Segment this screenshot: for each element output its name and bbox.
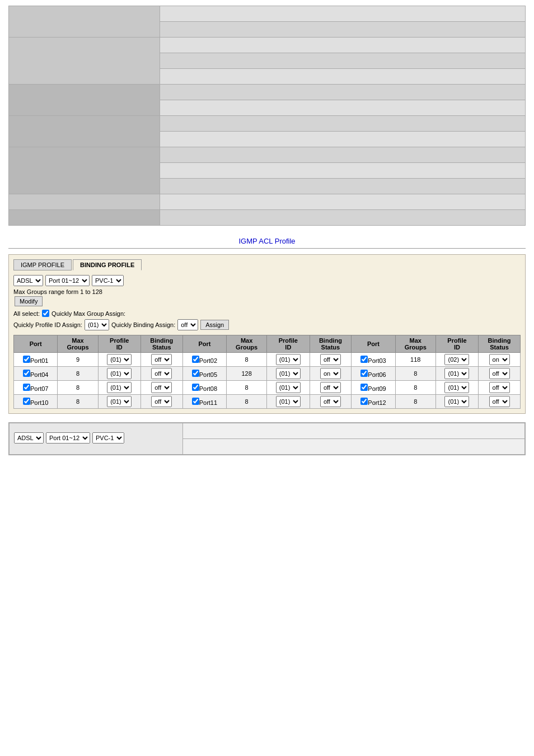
port-checkbox-g3-r1[interactable] (360, 370, 368, 377)
col-header-g2-2: ProfileID (435, 335, 478, 353)
profile-id-cell-g3-r1: (01)(02)(03) (435, 367, 478, 381)
port-label-g3-r0: Port03 (368, 357, 386, 364)
adsl-select[interactable]: ADSL (13, 275, 43, 286)
max-groups-cell-g3-r1: 8 (395, 367, 435, 381)
bottom-right-cell-2 (183, 439, 525, 455)
max-groups-cell-g1-r3: 8 (58, 395, 98, 409)
binding-status-cell-g2-r3: offon (310, 395, 352, 409)
col-header-g1-0: Port (182, 335, 226, 353)
port-cell-g1-r2: Port07 (14, 381, 58, 395)
profile-id-dropdown-g1-r1[interactable]: (01)(02)(03) (107, 368, 132, 379)
max-groups-cell-g1-r1: 8 (58, 367, 98, 381)
modify-row: Modify (13, 296, 521, 306)
profile-id-dropdown-g3-r3[interactable]: (01)(02)(03) (444, 396, 469, 407)
binding-assign-select[interactable]: off on (177, 319, 198, 330)
profile-id-dropdown-g1-r2[interactable]: (01)(02)(03) (107, 382, 132, 393)
controls-row: ADSL Port 01~12 PVC-1 (13, 275, 521, 286)
port-checkbox-g2-r3[interactable] (192, 398, 199, 405)
port-checkbox-g2-r1[interactable] (192, 370, 199, 377)
section-title: IGMP ACL Profile (8, 237, 526, 245)
binding-status-dropdown-g1-r2[interactable]: offon (151, 382, 172, 393)
port-checkbox-g1-r1[interactable] (23, 370, 30, 377)
binding-status-dropdown-g1-r1[interactable]: offon (151, 368, 172, 379)
max-groups-text: Max Groups range form 1 to 128 (13, 288, 521, 295)
profile-id-dropdown-g2-r3[interactable]: (01)(02)(03) (276, 396, 301, 407)
bottom-port-select[interactable]: Port 01~12 (46, 432, 90, 444)
nav-right-10 (160, 147, 526, 163)
bottom-adsl-select[interactable]: ADSL (14, 432, 44, 444)
binding-status-cell-g3-r3: offon (479, 395, 521, 409)
max-groups-cell-g1-r0: 9 (58, 353, 98, 367)
max-groups-cell-g2-r3: 8 (227, 395, 267, 409)
port-cell-g3-r3: Port12 (352, 395, 395, 409)
binding-status-dropdown-g3-r2[interactable]: offon (489, 382, 510, 393)
port-label-g1-r0: Port01 (30, 357, 48, 364)
bottom-pvc-select[interactable]: PVC-1 (92, 432, 124, 444)
port-cell-g1-r1: Port04 (14, 367, 58, 381)
binding-status-dropdown-g3-r0[interactable]: offon (489, 354, 510, 365)
port-checkbox-g3-r0[interactable] (360, 356, 368, 363)
nav-right-13 (160, 194, 526, 210)
profile-id-cell-g3-r0: (01)(02)(03) (435, 353, 478, 367)
port-cell-g1-r3: Port10 (14, 395, 58, 409)
col-header-g0-0: Port (14, 335, 58, 353)
binding-status-dropdown-g2-r2[interactable]: offon (320, 382, 341, 393)
profile-id-select[interactable]: (01) (02) (03) (85, 319, 109, 330)
port-select[interactable]: Port 01~12 (45, 275, 90, 286)
profile-id-cell-g1-r0: (01)(02)(03) (98, 353, 140, 367)
max-groups-cell-g3-r0: 118 (395, 353, 435, 367)
tab-igmp-profile[interactable]: IGMP PROFILE (13, 259, 72, 270)
port-checkbox-g3-r3[interactable] (360, 398, 368, 405)
igmp-acl-profile-link[interactable]: IGMP ACL Profile (238, 237, 295, 245)
port-label-g3-r3: Port12 (368, 399, 386, 406)
binding-status-dropdown-g3-r1[interactable]: offon (489, 368, 510, 379)
binding-status-cell-g3-r0: offon (479, 353, 521, 367)
port-label-g2-r3: Port11 (199, 399, 217, 406)
bottom-left-cell: ADSL Port 01~12 PVC-1 (10, 423, 183, 455)
profile-id-cell-g1-r2: (01)(02)(03) (98, 381, 140, 395)
binding-status-dropdown-g2-r0[interactable]: offon (320, 354, 341, 365)
profile-id-dropdown-g3-r1[interactable]: (01)(02)(03) (444, 368, 469, 379)
binding-status-dropdown-g3-r3[interactable]: offon (489, 396, 510, 407)
binding-status-dropdown-g1-r0[interactable]: offon (151, 354, 172, 365)
profile-id-dropdown-g2-r2[interactable]: (01)(02)(03) (276, 382, 301, 393)
port-checkbox-g1-r2[interactable] (23, 384, 30, 391)
pvc-select[interactable]: PVC-1 (92, 275, 124, 286)
port-label-g1-r3: Port10 (30, 399, 48, 406)
col-header-g2-0: Port (352, 335, 395, 353)
binding-status-cell-g1-r0: offon (140, 353, 182, 367)
port-checkbox-g1-r0[interactable] (23, 356, 30, 363)
table-row: Port108(01)(02)(03)offonPort118(01)(02)(… (14, 395, 521, 409)
assign-button[interactable]: Assign (200, 320, 229, 330)
binding-status-dropdown-g2-r3[interactable]: offon (320, 396, 341, 407)
binding-status-dropdown-g1-r3[interactable]: offon (151, 396, 172, 407)
top-navigation-table (8, 6, 526, 226)
port-checkbox-g2-r2[interactable] (192, 384, 199, 391)
profile-id-dropdown-g3-r0[interactable]: (01)(02)(03) (444, 354, 469, 365)
tab-binding-profile[interactable]: BINDING PROFILE (73, 259, 142, 270)
binding-status-cell-g2-r2: offon (310, 381, 352, 395)
modify-button[interactable]: Modify (15, 296, 43, 306)
max-groups-cell-g3-r2: 8 (395, 381, 435, 395)
quickly-binding-label: Quickly Binding Assign: (111, 321, 175, 328)
profile-id-dropdown-g3-r2[interactable]: (01)(02)(03) (444, 382, 469, 393)
profile-id-dropdown-g2-r0[interactable]: (01)(02)(03) (276, 354, 301, 365)
all-select-checkbox[interactable] (42, 310, 49, 317)
port-checkbox-g1-r3[interactable] (23, 398, 30, 405)
nav-right-11 (160, 163, 526, 179)
binding-status-dropdown-g2-r1[interactable]: offon (320, 368, 341, 379)
profile-id-cell-g2-r3: (01)(02)(03) (267, 395, 310, 409)
profile-id-dropdown-g1-r3[interactable]: (01)(02)(03) (107, 396, 132, 407)
bottom-right-cell-1 (183, 423, 525, 439)
port-checkbox-g3-r2[interactable] (360, 384, 368, 391)
profile-id-dropdown-g1-r0[interactable]: (01)(02)(03) (107, 354, 132, 365)
max-groups-cell-g3-r3: 8 (395, 395, 435, 409)
nav-right-5 (160, 69, 526, 85)
nav-right-4 (160, 53, 526, 69)
port-label-g2-r2: Port08 (199, 385, 217, 392)
profile-id-dropdown-g2-r1[interactable]: (01)(02)(03) (276, 368, 301, 379)
port-checkbox-g2-r0[interactable] (192, 356, 199, 363)
bottom-section: ADSL Port 01~12 PVC-1 (8, 422, 526, 455)
col-header-g0-2: ProfileID (98, 335, 140, 353)
table-row: Port078(01)(02)(03)offonPort088(01)(02)(… (14, 381, 521, 395)
